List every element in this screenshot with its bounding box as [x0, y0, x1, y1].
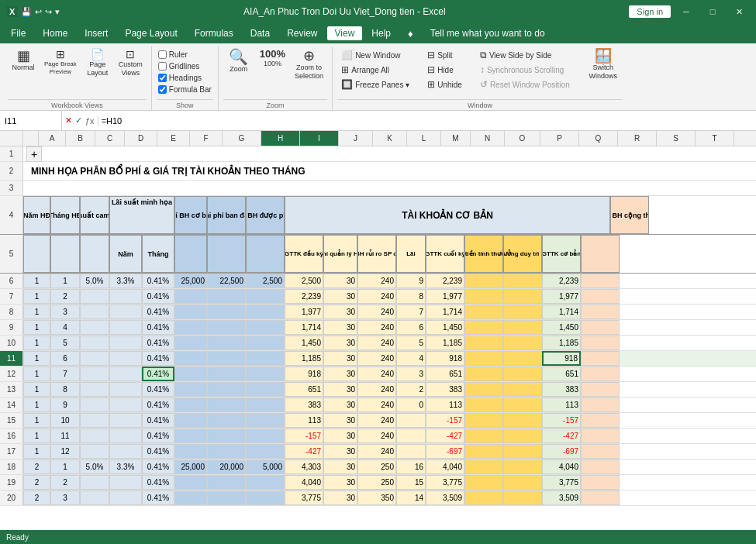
- hide-button[interactable]: ⊟ Hide: [423, 63, 466, 77]
- cell-11-gttk-cb[interactable]: 918: [542, 351, 581, 366]
- cell-10-c[interactable]: [80, 336, 109, 350]
- cell-19-f[interactable]: [174, 475, 207, 490]
- cell-7-so-tien[interactable]: [464, 289, 503, 304]
- table-row[interactable]: 9 1 4 0.41% 1,714 30 240 6 1,450: [0, 320, 756, 336]
- cell-9-f[interactable]: [174, 320, 207, 335]
- cell-15-c[interactable]: [80, 413, 109, 428]
- cell-15-gttk-ck[interactable]: -157: [426, 413, 464, 428]
- zoom-100-button[interactable]: 100% 100%: [256, 46, 289, 71]
- ruler-checkbox[interactable]: Ruler: [157, 50, 189, 60]
- col-header-rownum[interactable]: [23, 131, 39, 146]
- cell-13-phi-them[interactable]: [581, 382, 620, 397]
- cell-7-phi-rr[interactable]: 240: [357, 289, 396, 304]
- cell-16-so-tien[interactable]: [464, 429, 503, 443]
- cell-16-gttk-ck[interactable]: -427: [426, 429, 464, 443]
- gridlines-checkbox[interactable]: Gridlines: [157, 61, 201, 71]
- cell-10-gttk-dk[interactable]: 1,450: [285, 336, 323, 350]
- cell-15-thuong[interactable]: [503, 413, 542, 428]
- cell-6-lai[interactable]: 9: [396, 274, 426, 288]
- cell-18-thang-ls[interactable]: 0.41%: [142, 460, 174, 474]
- cell-14-thang-ls[interactable]: 0.41%: [142, 398, 174, 412]
- cell-11-g[interactable]: [207, 351, 246, 366]
- cell-18-gttk-ck[interactable]: 4,040: [426, 460, 464, 474]
- cell-13-g[interactable]: [207, 382, 246, 397]
- cell-11-gttk-ck[interactable]: 918: [426, 351, 464, 366]
- cell-17-g[interactable]: [207, 444, 246, 459]
- cell-6-thuong[interactable]: [503, 274, 542, 288]
- cell-17-thuong[interactable]: [503, 444, 542, 459]
- table-row[interactable]: 17 1 12 0.41% -427 30 240 -697 -: [0, 444, 756, 460]
- cell-12-gttk-cb[interactable]: 651: [542, 367, 581, 381]
- menu-file[interactable]: File: [3, 26, 33, 40]
- col-header-d[interactable]: D: [125, 131, 157, 146]
- formula-bar-check-input[interactable]: [158, 85, 167, 94]
- cell-14-c[interactable]: [80, 398, 109, 412]
- redo-icon[interactable]: ↪: [45, 7, 52, 17]
- cell-15-lai[interactable]: [396, 413, 426, 428]
- cell-12-phi-rr[interactable]: 240: [357, 367, 396, 381]
- cell-7-gttk-ck[interactable]: 1,977: [426, 289, 464, 304]
- cell-18-nam[interactable]: 2: [23, 460, 50, 474]
- custom-views-button[interactable]: ⊡ CustomViews: [115, 46, 147, 80]
- cell-11-thang[interactable]: 6: [50, 351, 80, 366]
- cell-10-phi-ql[interactable]: 30: [323, 336, 357, 350]
- cell-11-gttk-dk[interactable]: 1,185: [285, 351, 323, 366]
- cell-15-so-tien[interactable]: [464, 413, 503, 428]
- cell-12-gttk-ck[interactable]: 651: [426, 367, 464, 381]
- cell-8-nam[interactable]: 1: [23, 305, 50, 319]
- cell-13-gttk-dk[interactable]: 651: [285, 382, 323, 397]
- cell-6-phi-rr[interactable]: 240: [357, 274, 396, 288]
- new-window-button[interactable]: ⬜ New Window: [337, 48, 413, 62]
- cell-15-phi-ql[interactable]: 30: [323, 413, 357, 428]
- cell-16-h[interactable]: [246, 429, 285, 443]
- cell-16-thang[interactable]: 11: [50, 429, 80, 443]
- menu-home[interactable]: Home: [35, 26, 75, 40]
- cell-19-gttk-cb[interactable]: 3,775: [542, 475, 581, 490]
- cell-17-gttk-cb[interactable]: -697: [542, 444, 581, 459]
- cell-20-lai[interactable]: 14: [396, 491, 426, 505]
- cell-20-phi-them[interactable]: [581, 491, 620, 505]
- sync-scrolling-button[interactable]: ↕ Synchronous Scrolling: [476, 63, 574, 77]
- cell-9-c[interactable]: [80, 320, 109, 335]
- cell-13-nam[interactable]: 1: [23, 382, 50, 397]
- cell-16-g[interactable]: [207, 429, 246, 443]
- cell-17-thang[interactable]: 12: [50, 444, 80, 459]
- cancel-formula-icon[interactable]: ✕: [65, 115, 72, 126]
- cell-12-gttk-dk[interactable]: 918: [285, 367, 323, 381]
- cell-12-h[interactable]: [246, 367, 285, 381]
- cell-14-thuong[interactable]: [503, 398, 542, 412]
- cell-11-thang-ls[interactable]: 0.41%: [142, 351, 174, 366]
- cell-14-phi-rr[interactable]: 240: [357, 398, 396, 412]
- cell-19-c[interactable]: [80, 475, 109, 490]
- cell-16-c[interactable]: [80, 429, 109, 443]
- cell-14-f[interactable]: [174, 398, 207, 412]
- cell-8-thuong[interactable]: [503, 305, 542, 319]
- cell-8-gttk-ck[interactable]: 1,714: [426, 305, 464, 319]
- table-row[interactable]: 19 2 2 0.41% 4,040 30 250 15 3,775: [0, 475, 756, 491]
- unhide-button[interactable]: ⊞ Unhide: [423, 77, 466, 91]
- cell-13-phi-rr[interactable]: 240: [357, 382, 396, 397]
- cell-19-d[interactable]: [109, 475, 142, 490]
- cell-20-phi-rr[interactable]: 350: [357, 491, 396, 505]
- close-button[interactable]: ✕: [728, 3, 750, 20]
- cell-15-phi-them[interactable]: [581, 413, 620, 428]
- cell-19-gttk-ck[interactable]: 3,775: [426, 475, 464, 490]
- ruler-check-input[interactable]: [158, 50, 167, 59]
- cell-17-thang-ls[interactable]: 0.41%: [142, 444, 174, 459]
- cell-8-f[interactable]: [174, 305, 207, 319]
- cell-11-thuong[interactable]: [503, 351, 542, 366]
- arrange-all-button[interactable]: ⊞ Arrange All: [337, 63, 413, 77]
- cell-6-phi-bh[interactable]: 25,000: [174, 274, 207, 288]
- insert-function-icon[interactable]: ƒx: [85, 116, 95, 126]
- col-header-i[interactable]: I: [300, 131, 339, 146]
- cell-9-gttk-dk[interactable]: 1,714: [285, 320, 323, 335]
- cell-7-lai[interactable]: [80, 289, 109, 304]
- table-row[interactable]: 8 1 3 0.41% 1,977 30 240 7 1,714: [0, 305, 756, 320]
- reset-window-button[interactable]: ↺ Reset Window Position: [476, 77, 574, 91]
- cell-15-g[interactable]: [207, 413, 246, 428]
- cell-17-d[interactable]: [109, 444, 142, 459]
- tell-me-input[interactable]: Tell me what you want to do: [423, 26, 553, 40]
- cell-6-thang-ls[interactable]: 0.41%: [142, 274, 174, 288]
- cell-12-nam[interactable]: 1: [23, 367, 50, 381]
- cell-7-phi-them[interactable]: [581, 289, 620, 304]
